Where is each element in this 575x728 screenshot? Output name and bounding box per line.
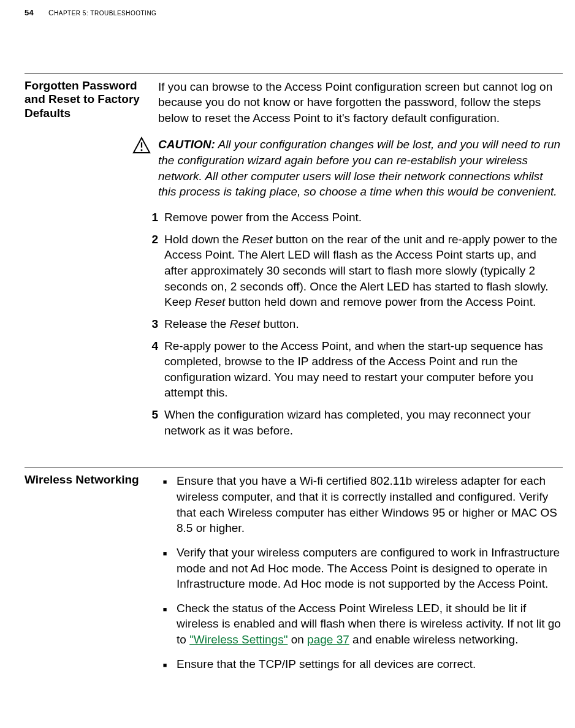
wireless-settings-link[interactable]: "Wireless Settings" bbox=[189, 633, 288, 646]
chapter-title: CHAPTER 5: TROUBLESHOOTING bbox=[48, 8, 156, 18]
square-bullet-icon: ■ bbox=[158, 601, 172, 648]
bullet-list: ■ Ensure that you have a Wi-fi certified… bbox=[158, 473, 563, 673]
list-item: ■ Verify that your wireless computers ar… bbox=[158, 545, 563, 592]
bullet-text: Check the status of the Access Point Wir… bbox=[177, 601, 563, 648]
page: 54 CHAPTER 5: TROUBLESHOOTING Forgotten … bbox=[0, 0, 575, 718]
steps-list: 1 Remove power from the Access Point. 2 … bbox=[147, 210, 563, 438]
bullet-text: Ensure that the TCP/IP settings for all … bbox=[177, 656, 476, 673]
step-text: When the configuration wizard has comple… bbox=[164, 407, 563, 438]
list-item: ■ Check the status of the Access Point W… bbox=[158, 601, 563, 648]
bullet-text: Ensure that you have a Wi-fi certified 8… bbox=[177, 473, 563, 536]
step-item: 3 Release the Reset button. bbox=[147, 316, 563, 332]
section-heading: Wireless Networking bbox=[25, 473, 158, 681]
caution-block: CAUTION: All your configuration changes … bbox=[132, 137, 563, 200]
running-header: 54 CHAPTER 5: TROUBLESHOOTING bbox=[25, 7, 563, 18]
page-number: 54 bbox=[25, 7, 34, 18]
step-text: Remove power from the Access Point. bbox=[164, 210, 362, 226]
square-bullet-icon: ■ bbox=[158, 545, 172, 592]
bullet-text: Verify that your wireless computers are … bbox=[177, 545, 563, 592]
section-body: If you can browse to the Access Point co… bbox=[158, 79, 563, 445]
step-item: 1 Remove power from the Access Point. bbox=[147, 210, 563, 226]
square-bullet-icon: ■ bbox=[158, 656, 172, 673]
step-number: 5 bbox=[147, 407, 158, 438]
step-item: 5 When the configuration wizard has comp… bbox=[147, 407, 563, 438]
list-item: ■ Ensure that you have a Wi-fi certified… bbox=[158, 473, 563, 536]
step-number: 2 bbox=[147, 232, 158, 310]
step-text: Re-apply power to the Access Point, and … bbox=[164, 338, 563, 401]
svg-point-2 bbox=[141, 150, 143, 151]
step-number: 3 bbox=[147, 316, 158, 332]
caution-label: CAUTION: bbox=[158, 138, 215, 151]
step-text: Hold down the Reset button on the rear o… bbox=[164, 232, 563, 310]
step-item: 4 Re-apply power to the Access Point, an… bbox=[147, 338, 563, 401]
section-forgotten-password: Forgotten Password and Reset to Factory … bbox=[25, 74, 563, 445]
step-number: 1 bbox=[147, 210, 158, 226]
section-wireless-networking: Wireless Networking ■ Ensure that you ha… bbox=[25, 468, 563, 681]
intro-paragraph: If you can browse to the Access Point co… bbox=[158, 79, 563, 126]
step-number: 4 bbox=[147, 338, 158, 401]
caution-text: CAUTION: All your configuration changes … bbox=[158, 137, 563, 200]
section-heading: Forgotten Password and Reset to Factory … bbox=[25, 79, 158, 445]
page-37-link[interactable]: page 37 bbox=[307, 633, 349, 646]
square-bullet-icon: ■ bbox=[158, 473, 172, 536]
section-body: ■ Ensure that you have a Wi-fi certified… bbox=[158, 473, 563, 681]
caution-icon bbox=[132, 137, 158, 200]
step-text: Release the Reset button. bbox=[164, 316, 299, 332]
step-item: 2 Hold down the Reset button on the rear… bbox=[147, 232, 563, 310]
list-item: ■ Ensure that the TCP/IP settings for al… bbox=[158, 656, 563, 673]
